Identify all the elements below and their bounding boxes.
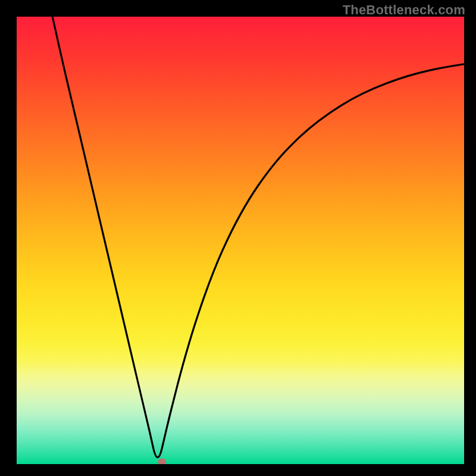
bottleneck-curve (52, 17, 464, 458)
minimum-marker (158, 458, 166, 465)
bottleneck-svg (17, 17, 464, 464)
plot-area (15, 15, 465, 465)
chart-frame: TheBottleneck.com (0, 0, 476, 476)
